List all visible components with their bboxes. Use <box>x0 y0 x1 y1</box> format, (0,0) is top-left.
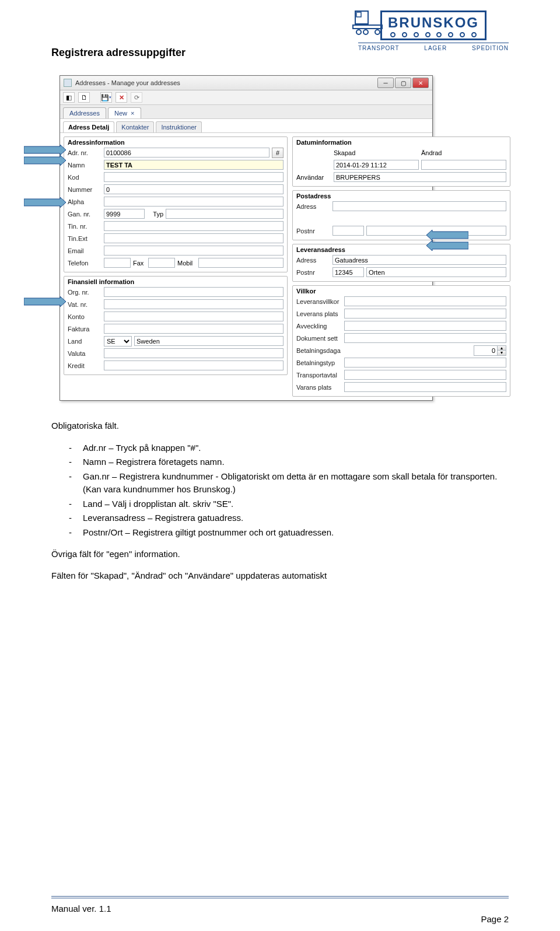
post-postnr-input[interactable] <box>332 226 364 236</box>
svg-rect-1 <box>356 12 361 17</box>
group-adressinformation: Adressinformation Adr. nr. # Namn Kod <box>64 136 288 272</box>
valuta-input[interactable] <box>104 348 284 358</box>
lev-postnr-input[interactable] <box>332 267 364 277</box>
toolbar: ◧ 🗋 💾▾ ✕ ⟳ <box>60 90 432 105</box>
svg-rect-0 <box>355 11 368 24</box>
adr-nr-input[interactable] <box>104 148 270 158</box>
subtab-detail[interactable]: Adress Detalj <box>63 121 114 132</box>
document-page: BRUNSKOG TRANSPORT LAGER SPEDITION Regis… <box>0 0 560 931</box>
callout-arrow-postnr <box>426 240 468 251</box>
group-leveransadress: Leveransadress Adress Postnr <box>292 244 510 282</box>
nav-back-button[interactable]: ◧ <box>63 92 75 103</box>
tab-new[interactable]: New × <box>108 107 141 118</box>
varans-plats-input[interactable] <box>344 382 506 392</box>
window-title: Addresses - Manage your addresses <box>75 79 377 86</box>
footer-rule <box>51 896 509 898</box>
group-villkor: Villkor Leveransvillkor Leverans plats A… <box>292 285 510 397</box>
fax-input[interactable] <box>148 258 175 268</box>
nummer-input[interactable] <box>104 184 284 194</box>
mobil-input[interactable] <box>198 258 284 268</box>
app-window: Addresses - Manage your addresses ─ ▢ ✕ … <box>60 75 433 401</box>
leveransvillkor-input[interactable] <box>344 296 506 306</box>
callout-arrow-land <box>24 296 66 307</box>
group-postadress: Postadress Adress Postnr <box>292 190 510 240</box>
svg-point-3 <box>356 30 361 34</box>
skapad-input <box>334 160 419 170</box>
svg-point-4 <box>363 30 368 34</box>
avveckling-input[interactable] <box>344 321 506 331</box>
betalningstyp-input[interactable] <box>344 358 506 368</box>
faktura-input[interactable] <box>104 324 284 334</box>
brand-logo: BRUNSKOG TRANSPORT LAGER SPEDITION <box>358 10 509 51</box>
group-finansiell: Finansiell information Org. nr. Vat. nr.… <box>64 276 288 375</box>
callout-arrow-namn <box>24 155 66 166</box>
footer-manual-version: Manual ver. 1.1 <box>51 904 111 914</box>
kod-input[interactable] <box>104 172 284 182</box>
new-doc-button[interactable]: 🗋 <box>78 92 90 103</box>
betalningsdagar-spinner[interactable]: 0 ▲▼ <box>474 345 506 356</box>
window-titlebar: Addresses - Manage your addresses ─ ▢ ✕ <box>60 76 432 90</box>
tin-nr-input[interactable] <box>104 221 284 231</box>
lev-ort-input[interactable] <box>366 267 506 277</box>
email-input[interactable] <box>104 246 284 256</box>
page-number: Page 2 <box>481 914 509 924</box>
anvandar-input <box>334 172 506 182</box>
instruction-text: Obligatoriska fält. Adr.nr – Tryck på kn… <box>51 419 509 582</box>
land-select[interactable]: SE <box>104 336 132 346</box>
maximize-button[interactable]: ▢ <box>395 78 411 88</box>
save-button[interactable]: 💾▾ <box>100 92 112 103</box>
kredit-input[interactable] <box>104 360 284 370</box>
minimize-button[interactable]: ─ <box>377 78 394 88</box>
group-datuminformation: Datuminformation Skapad Ändrad Användar <box>292 136 510 187</box>
org-nr-input[interactable] <box>104 287 284 297</box>
tab-addresses[interactable]: Addresses <box>63 107 106 118</box>
app-icon <box>64 79 72 87</box>
alpha-input[interactable] <box>104 197 284 206</box>
lev-adress-input[interactable] <box>332 255 506 265</box>
typ-input[interactable] <box>166 209 284 219</box>
svg-point-5 <box>375 30 380 34</box>
main-tabs: Addresses New × <box>60 105 432 118</box>
leverans-plats-input[interactable] <box>344 309 506 318</box>
sub-tabs: Adress Detalj Kontakter Instruktioner <box>60 118 432 132</box>
gan-nr-input[interactable] <box>104 209 145 219</box>
refresh-button[interactable]: ⟳ <box>131 92 142 103</box>
land-name-input[interactable] <box>134 336 284 346</box>
subtab-contacts[interactable]: Kontakter <box>116 121 154 132</box>
tin-ext-input[interactable] <box>104 233 284 243</box>
post-adress-input[interactable] <box>332 201 506 211</box>
delete-button[interactable]: ✕ <box>116 92 127 103</box>
close-button[interactable]: ✕ <box>412 78 429 88</box>
adr-nr-hash-button[interactable]: # <box>272 148 284 158</box>
callout-arrow-levadress <box>426 230 468 240</box>
transportavtal-input[interactable] <box>344 370 506 380</box>
andrad-input <box>421 160 506 170</box>
dokument-sett-input[interactable] <box>344 333 506 343</box>
telefon-input[interactable] <box>104 258 131 268</box>
konto-input[interactable] <box>104 312 284 321</box>
namn-input[interactable] <box>104 160 284 170</box>
callout-arrow-gannr <box>24 197 66 208</box>
logo-text: BRUNSKOG <box>388 15 479 31</box>
svg-rect-2 <box>353 25 382 29</box>
callout-arrow-adrnr <box>24 145 66 155</box>
subtab-instructions[interactable]: Instruktioner <box>156 121 202 132</box>
truck-icon <box>352 8 383 36</box>
vat-nr-input[interactable] <box>104 299 284 309</box>
logo-tagline: TRANSPORT LAGER SPEDITION <box>358 43 509 51</box>
